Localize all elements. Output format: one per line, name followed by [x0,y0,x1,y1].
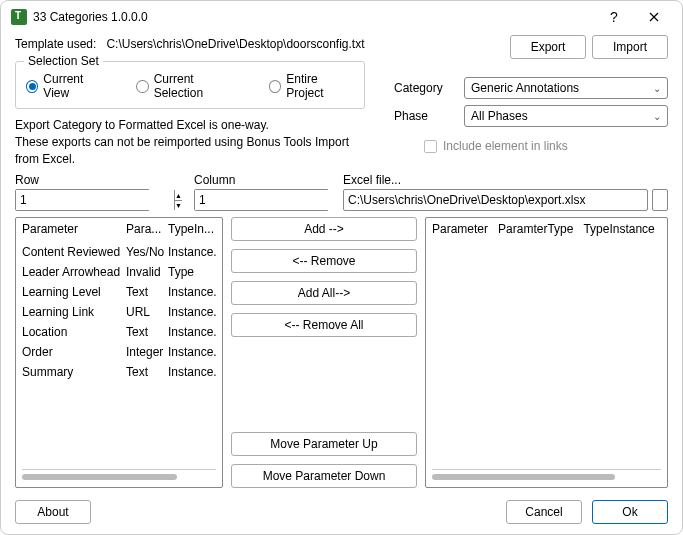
radio-circle-icon [269,80,281,93]
chevron-down-icon: ⌄ [653,111,661,122]
chevron-down-icon: ⌄ [653,83,661,94]
desc-line-2: These exports can not be reimported usin… [15,134,374,168]
table-row[interactable]: SummaryTextInstance... [22,362,216,382]
category-label: Category [394,81,454,95]
move-down-button[interactable]: Move Parameter Down [231,464,417,488]
radio-current-view[interactable]: Current View [26,72,108,100]
col-parameter[interactable]: Parameter [432,222,488,236]
excel-file-input[interactable] [343,189,648,211]
add-all-button[interactable]: Add All--> [231,281,417,305]
table-row[interactable]: Content ReviewedYes/NoInstance... [22,242,216,262]
cancel-button[interactable]: Cancel [506,500,582,524]
remove-all-button[interactable]: <-- Remove All [231,313,417,337]
app-icon [11,9,27,25]
scrollbar-horizontal[interactable] [432,469,661,483]
col-parameter[interactable]: Parameter [22,222,126,236]
desc-line-1: Export Category to Formatted Excel is on… [15,117,374,134]
table-row[interactable]: Leader ArrowheadInvalidType [22,262,216,282]
export-button[interactable]: Export [510,35,586,59]
template-label: Template used: [15,37,96,51]
row-spinner[interactable]: ▲▼ [15,189,150,211]
move-up-button[interactable]: Move Parameter Up [231,432,417,456]
spinner-up-icon[interactable]: ▲ [175,190,182,201]
column-label: Column [194,173,329,187]
radio-current-selection[interactable]: Current Selection [136,72,241,100]
close-button[interactable] [634,3,674,31]
checkbox-icon [424,140,437,153]
radio-dot-icon [26,80,38,93]
selection-set-legend: Selection Set [24,54,103,68]
col-paramtype[interactable]: Para... [126,222,168,236]
phase-label: Phase [394,109,454,123]
about-button[interactable]: About [15,500,91,524]
table-row[interactable]: LocationTextInstance... [22,322,216,342]
available-params-list[interactable]: Parameter Para... TypeIn... Content Revi… [15,217,223,488]
selection-set-group: Selection Set Current View Current Selec… [15,61,365,109]
help-button[interactable]: ? [594,3,634,31]
import-button[interactable]: Import [592,35,668,59]
col-typeinst[interactable]: TypeIn... [168,222,216,236]
ok-button[interactable]: Ok [592,500,668,524]
column-input[interactable] [195,190,353,210]
row-input[interactable] [16,190,174,210]
template-path: C:\Users\chris\OneDrive\Desktop\doorscon… [106,37,364,51]
table-row[interactable]: Learning LinkURLInstance... [22,302,216,322]
radio-entire-project[interactable]: Entire Project [269,72,354,100]
spinner-down-icon[interactable]: ▼ [175,201,182,211]
radio-circle-icon [136,80,148,93]
row-label: Row [15,173,150,187]
column-spinner[interactable]: ▲▼ [194,189,329,211]
phase-select[interactable]: All Phases ⌄ [464,105,668,127]
excel-file-label: Excel file... [343,173,668,187]
browse-button[interactable] [652,189,668,211]
remove-button[interactable]: <-- Remove [231,249,417,273]
window-title: 33 Categories 1.0.0.0 [33,10,594,24]
table-row[interactable]: OrderIntegerInstance... [22,342,216,362]
add-button[interactable]: Add --> [231,217,417,241]
selected-params-list[interactable]: Parameter ParamterType TypeInstance [425,217,668,488]
include-links-checkbox[interactable]: Include element in links [424,139,568,153]
col-paramtype[interactable]: ParamterType [498,222,573,236]
col-typeinst[interactable]: TypeInstance [583,222,654,236]
scrollbar-horizontal[interactable] [22,469,216,483]
category-select[interactable]: Generic Annotations ⌄ [464,77,668,99]
table-row[interactable]: Learning LevelTextInstance... [22,282,216,302]
